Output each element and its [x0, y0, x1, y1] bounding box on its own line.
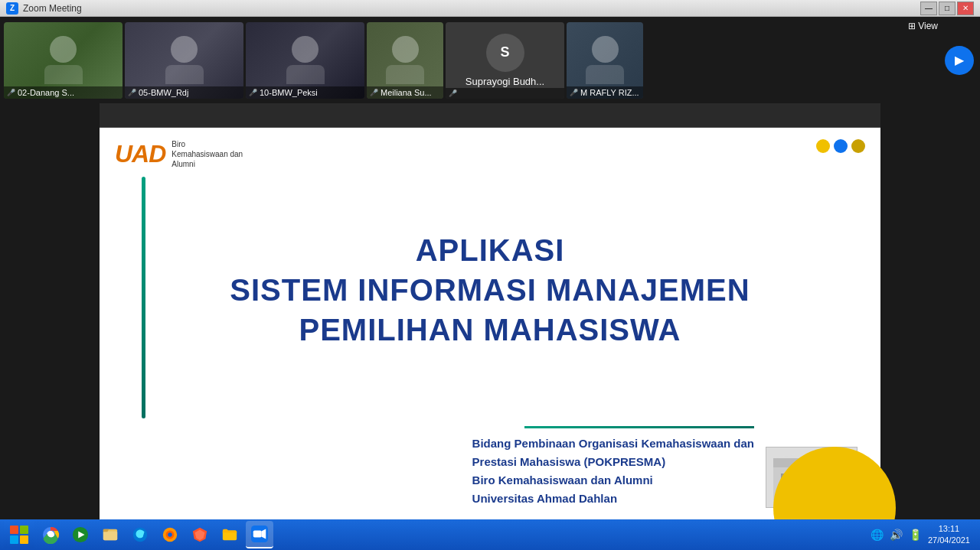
slide-body: APLIKASI SISTEM INFORMASI MANAJEMEN PEMI…	[100, 177, 880, 418]
svg-rect-25	[253, 530, 262, 537]
taskbar: 🌐 🔊 🔋 13:11 27/04/2021	[0, 519, 980, 550]
participant-tile-3[interactable]: 🎤 10-BMW_Peksi	[246, 22, 364, 99]
media-taskbar-button[interactable]	[67, 521, 94, 548]
chevron-right-icon: ▶	[955, 53, 964, 67]
window-title: Zoom Meeting	[23, 3, 920, 14]
slide-dots	[816, 139, 865, 153]
minimize-button[interactable]: —	[920, 2, 937, 15]
start-button[interactable]	[4, 521, 34, 548]
participant-strip: ⊞ View 🎤 02-Danang S... 🎤 05-BMW_Rdj	[0, 17, 980, 103]
participant-name-6: M RAFLY RIZ...	[580, 88, 639, 97]
participant-tile-5[interactable]: S Suprayogi Budh... 🎤	[446, 22, 564, 99]
slide-content: UAD BiroKemahasiswaan danAlumni APLIKASI…	[100, 128, 880, 519]
view-button[interactable]: ⊞ View	[908, 21, 938, 31]
windows-logo	[10, 526, 28, 544]
dot-yellow	[816, 139, 830, 153]
tile-label-2: 🎤 05-BMW_Rdj	[125, 86, 243, 99]
network-icon: 🌐	[871, 529, 884, 541]
app-icon: Z	[6, 2, 18, 15]
right-sidebar	[880, 103, 980, 519]
teal-underline	[524, 426, 754, 428]
date-display: 27/04/2021	[928, 535, 970, 546]
participant-name-5: Suprayogi Budh...	[466, 76, 544, 87]
logo-uad: UAD	[115, 140, 165, 168]
footer-info: Bidang Pembinaan Organisasi Kemahasiswaa…	[472, 426, 754, 508]
participant-tile-4[interactable]: 🎤 Meiliana Su...	[367, 22, 443, 99]
participant-name-2: 05-BMW_Rdj	[139, 88, 188, 97]
slide-title: APLIKASI SISTEM INFORMASI MANAJEMEN PEMI…	[230, 230, 750, 350]
tile-label-3: 🎤 10-BMW_Peksi	[246, 86, 364, 99]
participant-tile-6[interactable]: 🎤 M RAFLY RIZ...	[567, 22, 643, 99]
footer-line3: Biro Kemahasiswaan dan Alumni	[472, 474, 653, 487]
recording-bar: Recording...	[0, 103, 980, 128]
participant-tile-1[interactable]: 🎤 02-Danang S...	[4, 22, 122, 99]
battery-icon: 🔋	[909, 529, 922, 541]
next-participants-button[interactable]: ▶	[945, 46, 974, 75]
participant-name-3: 10-BMW_Peksi	[260, 88, 318, 97]
avatar-5: S	[486, 34, 524, 72]
slide-header: UAD BiroKemahasiswaan danAlumni	[100, 128, 880, 177]
slide-title-line3: PEMILIHAN MAHASISWA	[299, 313, 681, 347]
teal-accent-bar	[142, 177, 145, 418]
mic-icon-2: 🎤	[128, 89, 136, 96]
mic-icon-1: 🎤	[7, 89, 15, 96]
uad-logo: UAD BiroKemahasiswaan danAlumni	[115, 139, 243, 169]
logo-subtitle: BiroKemahasiswaan danAlumni	[172, 139, 243, 169]
tile-label-6: 🎤 M RAFLY RIZ...	[567, 86, 643, 99]
footer-line1: Bidang Pembinaan Organisasi Kemahasiswaa…	[472, 437, 754, 450]
dot-gold	[851, 139, 865, 153]
files-taskbar-button[interactable]	[96, 521, 124, 548]
chrome-taskbar-button[interactable]	[37, 521, 64, 548]
slide-title-line2: SISTEM INFORMASI MANAJEMEN	[230, 273, 750, 307]
slide-title-line1: APLIKASI	[416, 233, 565, 267]
mic-icon-3: 🎤	[249, 89, 257, 96]
svg-rect-16	[103, 531, 117, 540]
brave-taskbar-button[interactable]	[186, 521, 214, 548]
participant-tile-2[interactable]: 🎤 05-BMW_Rdj	[125, 22, 243, 99]
svg-point-19	[168, 532, 172, 537]
slide-footer: Bidang Pembinaan Organisasi Kemahasiswaa…	[100, 418, 880, 519]
firefox-taskbar-button[interactable]	[156, 521, 184, 548]
tile-label-1: 🎤 02-Danang S...	[4, 86, 122, 99]
taskbar-clock: 13:11 27/04/2021	[928, 523, 970, 547]
zoom-taskbar-button[interactable]	[246, 521, 273, 548]
mic-icon-6: 🎤	[570, 89, 578, 96]
participant-name-1: 02-Danang S...	[18, 88, 74, 97]
footer-text: Bidang Pembinaan Organisasi Kemahasiswaa…	[472, 434, 754, 508]
volume-icon: 🔊	[890, 529, 903, 541]
folder-taskbar-button[interactable]	[216, 521, 243, 548]
left-sidebar	[0, 103, 100, 519]
view-icon: ⊞	[908, 21, 916, 31]
edge-taskbar-button[interactable]	[126, 521, 154, 548]
participant-name-4: Meiliana Su...	[381, 88, 432, 97]
taskbar-right: 🌐 🔊 🔋 13:11 27/04/2021	[871, 523, 976, 547]
close-button[interactable]: ✕	[957, 2, 974, 15]
footer-line2: Prestasi Mahasiswa (POKPRESMA)	[472, 455, 666, 468]
window-controls[interactable]: — □ ✕	[920, 2, 974, 15]
time-display: 13:11	[928, 523, 970, 535]
slide-area: UAD BiroKemahasiswaan danAlumni APLIKASI…	[100, 128, 880, 519]
footer-line4: Universitas Ahmad Dahlan	[472, 492, 618, 505]
tile-label-4: 🎤 Meiliana Su...	[367, 86, 443, 99]
title-bar: Z Zoom Meeting — □ ✕	[0, 0, 980, 17]
dot-blue	[834, 139, 848, 153]
mic-icon-4: 🎤	[370, 89, 378, 96]
tile-label-5: 🎤	[446, 88, 564, 99]
view-label: View	[918, 21, 938, 31]
maximize-button[interactable]: □	[939, 2, 956, 15]
mic-icon-5: 🎤	[449, 89, 457, 97]
